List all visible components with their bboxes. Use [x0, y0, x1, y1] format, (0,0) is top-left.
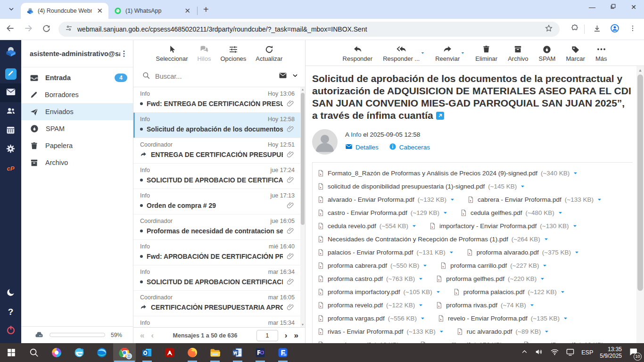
extensions-button[interactable]	[567, 22, 582, 37]
taskbar-edge[interactable]	[91, 343, 113, 362]
next-page-button[interactable]: ›	[285, 331, 288, 340]
attachment-menu-caret-icon[interactable]	[597, 197, 602, 202]
attachment-item[interactable]: imporfactory - Enviar Proforma.pdf(~130 …	[429, 222, 578, 230]
message-row[interactable]: Infomar 15:34	[133, 316, 300, 327]
last-page-button[interactable]: »	[294, 331, 298, 340]
message-row[interactable]: Infomié 16:40Fwd: APROBACIÓN DE CERTIFIC…	[133, 240, 300, 265]
browser-tab-roundcube[interactable]: (4) Roundcube Webmail :: Envia ✕	[21, 3, 108, 19]
rail-contacts-button[interactable]	[0, 102, 21, 121]
attachment-item[interactable]: cedula gelfhes.pdf(~480 KB)	[460, 208, 563, 217]
attachment-menu-caret-icon[interactable]	[412, 223, 417, 229]
marcar-button[interactable]: Marcar	[566, 45, 585, 62]
taskbar-app-f[interactable]	[272, 343, 294, 362]
attachment-menu-caret-icon[interactable]	[540, 276, 545, 281]
attachment-item[interactable]: revelo - Enviar Proforma.pdf(~135 KB)	[438, 314, 568, 323]
message-row[interactable]: CoordinadorHoy 12:51ENTREGA DE CERTIFICA…	[133, 138, 300, 164]
attachment-item[interactable]: proforma revelo.pdf(~122 KB)	[317, 301, 423, 310]
dropdown-caret-icon[interactable]	[461, 50, 465, 56]
attachment-item[interactable]: palacios - Enviar Proforma.pdf(~131 KB)	[317, 248, 454, 257]
taskbar-start[interactable]	[0, 343, 23, 362]
taskbar-chrome[interactable]	[113, 343, 136, 362]
site-info-icon[interactable]	[65, 25, 73, 34]
help-button[interactable]: ?	[0, 303, 21, 321]
seleccionar-button[interactable]: Seleccionar	[156, 45, 188, 62]
attachment-item[interactable]: cedula revelo.pdf(~554 KB)	[317, 222, 417, 230]
new-tab-button[interactable]: +	[203, 4, 209, 15]
tab-close-icon[interactable]: ✕	[96, 7, 104, 15]
folder-borradores[interactable]: Borradores	[21, 86, 133, 103]
rail-mail-button[interactable]	[0, 83, 21, 102]
details-link[interactable]: Detalles	[345, 143, 379, 152]
downloads-button[interactable]	[589, 22, 604, 37]
taskbar-file-explorer[interactable]	[204, 343, 226, 362]
page-input[interactable]	[256, 330, 278, 341]
taskbar-app-firmaec[interactable]	[249, 343, 272, 362]
attachment-item[interactable]: cabrera - Enviar Proforma.pdf(~133 KB)	[467, 195, 602, 204]
attachment-item[interactable]: alvarado - Enviar Proforma.pdf(~132 KB)	[317, 195, 455, 204]
window-close-button[interactable]: ✕	[623, 0, 644, 14]
attachment-menu-caret-icon[interactable]	[450, 197, 455, 202]
forward-button[interactable]	[21, 22, 36, 37]
tray-expand-icon[interactable]	[521, 348, 528, 357]
attachment-menu-caret-icon[interactable]	[560, 289, 565, 295]
message-row[interactable]: Infojue 17:24SOLICITUD DE APROBACIO DE C…	[133, 164, 300, 189]
reenviar-button[interactable]: Reenviar	[435, 45, 460, 62]
open-in-new-window-icon[interactable]	[436, 110, 444, 123]
attachment-menu-caret-icon[interactable]	[449, 250, 454, 255]
eliminar-button[interactable]: Eliminar	[475, 45, 497, 62]
hilos-button[interactable]: Hilos	[198, 45, 211, 62]
message-row[interactable]: Infomar 16:34SOLICITUD DE APROBACION CER…	[133, 265, 300, 291]
attachment-item[interactable]: proforma gelfhes.pdf(~220 KB)	[436, 274, 545, 283]
first-page-button[interactable]: «	[140, 331, 144, 340]
archivo-button[interactable]: Archivo	[508, 45, 528, 62]
scroll-up-icon[interactable]: ▲	[300, 87, 305, 92]
attachment-menu-caret-icon[interactable]	[443, 210, 448, 215]
wifi-icon[interactable]	[550, 347, 559, 358]
message-row[interactable]: InfoHoy 13:06Fwd: ENTREGA DE CERTIFICACI…	[133, 87, 300, 113]
connect-icon[interactable]	[566, 347, 575, 358]
responder-button[interactable]: Responder	[343, 45, 373, 62]
rail-calendar-button[interactable]	[0, 121, 21, 140]
notifications-button[interactable]: 10	[628, 347, 638, 359]
search-options-chevron-icon[interactable]	[292, 72, 298, 81]
attachment-item[interactable]: proforma carrillo.pdf(~227 KB)	[440, 261, 547, 270]
attachment-menu-caret-icon[interactable]	[529, 303, 535, 308]
taskbar-outlook[interactable]	[136, 343, 158, 362]
prev-page-button[interactable]: ‹	[151, 331, 154, 340]
scroll-up-icon[interactable]: ▲	[636, 67, 644, 74]
attachment-item[interactable]: proforma vargas.pdf(~556 KB)	[317, 314, 425, 323]
folder-entrada[interactable]: Entrada4	[21, 69, 133, 86]
folder-archivo[interactable]: Archivo	[21, 154, 133, 171]
attachment-item[interactable]: solicitud de disponibilidad presupuestar…	[317, 182, 525, 191]
attachment-item[interactable]: proforma imporfactory.pdf(~105 KB)	[317, 288, 441, 296]
taskbar-taskbar-search[interactable]	[23, 343, 45, 362]
url-bar[interactable]: webmail.sanjuan.gob.ec/cpsess4685020211/…	[58, 22, 560, 37]
attachment-item[interactable]: castro - Enviar Proforma.pdf(~129 KB)	[317, 208, 448, 217]
account-row[interactable]: asistente-administrativo@sa... ⋮	[21, 40, 133, 67]
attachment-menu-caret-icon[interactable]	[544, 237, 549, 242]
más-button[interactable]: Más	[595, 45, 607, 62]
reader-scroll-thumb[interactable]	[637, 74, 643, 291]
taskbar-internet-explorer[interactable]	[68, 343, 91, 362]
taskbar-firefox[interactable]	[181, 343, 204, 362]
reader-scrollbar[interactable]: ▲	[636, 66, 644, 343]
headers-link[interactable]: Cabeceras	[389, 143, 430, 152]
recipient-link[interactable]: Info	[351, 131, 362, 138]
dropdown-caret-icon[interactable]	[421, 50, 425, 56]
attachment-menu-caret-icon[interactable]	[558, 210, 563, 215]
taskbar-acrobat[interactable]	[158, 343, 181, 362]
attachment-item[interactable]: rivas - Enviar Proforma.pdf(~133 KB)	[317, 327, 444, 336]
list-scroll-thumb[interactable]	[301, 93, 305, 225]
dark-mode-button[interactable]	[0, 284, 21, 303]
tab-search-button[interactable]	[5, 3, 18, 16]
reload-button[interactable]	[39, 22, 54, 37]
attachment-menu-caret-icon[interactable]	[574, 250, 579, 255]
bookmark-star-icon[interactable]	[545, 24, 553, 34]
volume-icon[interactable]	[535, 347, 544, 358]
compose-button[interactable]	[0, 65, 21, 83]
opciones-button[interactable]: Opciones	[220, 45, 246, 62]
attachment-item[interactable]: Necesidades de Contratación y Recepción …	[317, 235, 549, 244]
search-scope-icon[interactable]	[279, 71, 287, 82]
folder-papelera[interactable]: Papelera	[21, 137, 133, 154]
list-scrollbar[interactable]: ▲ ▼	[300, 87, 305, 327]
